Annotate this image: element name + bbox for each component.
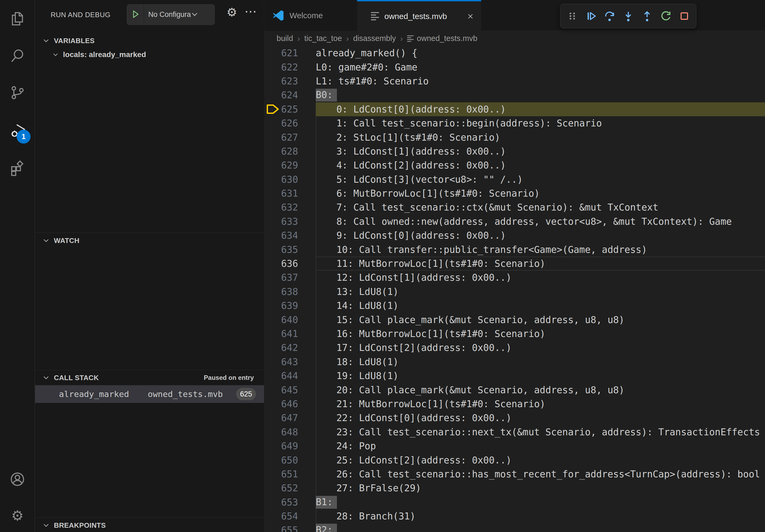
code-line[interactable]: 653B1: xyxy=(264,495,765,509)
line-number[interactable]: 646 xyxy=(264,399,298,409)
code-text[interactable]: 11: MutBorrowLoc[1](ts#1#0: Scenario) xyxy=(316,257,765,271)
code-text[interactable]: 19: LdU8(1) xyxy=(316,369,765,383)
code-line[interactable]: 64015: Call place_mark(&mut Scenario, ad… xyxy=(264,313,765,327)
search-icon[interactable] xyxy=(9,47,26,65)
code-text[interactable]: B1: xyxy=(316,495,765,509)
code-text[interactable]: 13: LdU8(1) xyxy=(316,285,765,299)
code-text[interactable]: B0: xyxy=(316,88,765,102)
code-text[interactable]: L0: game#2#0: Game xyxy=(316,60,765,74)
code-line[interactable]: 64924: Pop xyxy=(264,439,765,453)
code-line[interactable]: 621already_marked() { xyxy=(264,46,765,60)
gutter[interactable]: 652 xyxy=(264,481,316,495)
restart-icon[interactable] xyxy=(659,9,673,23)
line-number[interactable]: 626 xyxy=(264,118,298,129)
breadcrumb-item[interactable]: build xyxy=(277,34,293,43)
watch-section-header[interactable]: WATCH xyxy=(35,234,264,247)
step-out-icon[interactable] xyxy=(640,9,654,23)
gutter[interactable]: 627 xyxy=(264,130,316,144)
code-line[interactable]: 6294: LdConst[2](address: 0x00..) xyxy=(264,158,765,172)
gutter[interactable]: 631 xyxy=(264,186,316,200)
gutter[interactable]: 641 xyxy=(264,327,316,341)
gutter[interactable]: 640 xyxy=(264,313,316,327)
code-line[interactable]: 64318: LdU8(1) xyxy=(264,355,765,369)
settings-gear-icon[interactable]: ⚙ xyxy=(9,507,26,524)
continue-icon[interactable] xyxy=(584,9,598,23)
code-text[interactable]: 15: Call place_mark(&mut Scenario, addre… xyxy=(316,313,765,327)
code-editor[interactable]: 621already_marked() {622L0: game#2#0: Ga… xyxy=(264,46,765,532)
code-text[interactable]: 20: Call place_mark(&mut Scenario, addre… xyxy=(316,383,765,397)
gutter[interactable]: 642 xyxy=(264,341,316,355)
gutter[interactable]: 654 xyxy=(264,509,316,523)
code-text[interactable]: 24: Pop xyxy=(316,439,765,453)
gutter[interactable]: 643 xyxy=(264,355,316,369)
code-text[interactable]: 28: Branch(31) xyxy=(316,509,765,523)
gutter[interactable]: 646 xyxy=(264,397,316,411)
code-line[interactable]: 64419: LdU8(1) xyxy=(264,369,765,383)
variables-section-header[interactable]: VARIABLES xyxy=(35,34,264,48)
code-text[interactable]: 6: MutBorrowLoc[1](ts#1#0: Scenario) xyxy=(316,186,765,200)
variables-locals-row[interactable]: locals: already_marked xyxy=(35,48,264,62)
line-number[interactable]: 641 xyxy=(264,328,298,339)
line-number[interactable]: 648 xyxy=(264,427,298,437)
gutter[interactable]: 623 xyxy=(264,74,316,88)
code-text[interactable]: 12: LdConst[1](address: 0x00..) xyxy=(316,271,765,285)
code-line[interactable]: 655B2: xyxy=(264,523,765,532)
code-line[interactable]: 6349: LdConst[0](address: 0x00..) xyxy=(264,228,765,242)
line-number[interactable]: 632 xyxy=(264,202,298,213)
line-number[interactable]: 650 xyxy=(264,455,298,465)
line-number[interactable]: 630 xyxy=(264,174,298,185)
gutter[interactable]: 633 xyxy=(264,215,316,228)
line-number[interactable]: 653 xyxy=(264,497,298,508)
code-line[interactable]: 6316: MutBorrowLoc[1](ts#1#0: Scenario) xyxy=(264,186,765,200)
code-text[interactable]: already_marked() { xyxy=(316,46,765,60)
code-text[interactable]: 27: BrFalse(29) xyxy=(316,481,765,495)
breadcrumb-item[interactable]: tic_tac_toe xyxy=(304,34,342,43)
source-control-icon[interactable] xyxy=(9,84,26,101)
line-number[interactable]: 637 xyxy=(264,272,298,283)
tab-welcome[interactable]: Welcome xyxy=(264,0,357,31)
callstack-frame-row[interactable]: already_marked owned_tests.mvb 625 xyxy=(35,385,264,403)
step-over-icon[interactable] xyxy=(602,9,616,23)
gutter[interactable]: 632 xyxy=(264,200,316,214)
gutter[interactable]: 629 xyxy=(264,158,316,172)
start-debug-icon[interactable] xyxy=(131,9,141,20)
line-number[interactable]: 655 xyxy=(264,525,298,532)
extensions-icon[interactable] xyxy=(9,159,26,176)
code-line[interactable]: 6338: Call owned::new(address, address, … xyxy=(264,215,765,228)
gutter[interactable]: 638 xyxy=(264,285,316,299)
line-number[interactable]: 647 xyxy=(264,412,298,423)
line-number[interactable]: 629 xyxy=(264,160,298,171)
line-number[interactable]: 621 xyxy=(264,48,298,58)
code-text[interactable]: 4: LdConst[2](address: 0x00..) xyxy=(316,158,765,172)
stop-icon[interactable] xyxy=(677,9,691,23)
code-line[interactable]: 65025: LdConst[2](address: 0x00..) xyxy=(264,453,765,467)
gutter[interactable]: 649 xyxy=(264,439,316,453)
line-number[interactable]: 624 xyxy=(264,90,298,101)
code-line[interactable]: 6250: LdConst[0](address: 0x00..) xyxy=(264,102,765,116)
code-text[interactable]: 22: LdConst[0](address: 0x00..) xyxy=(316,411,765,425)
code-line[interactable]: 63712: LdConst[1](address: 0x00..) xyxy=(264,271,765,285)
gutter[interactable]: 621 xyxy=(264,46,316,60)
gutter[interactable]: 639 xyxy=(264,299,316,313)
gutter[interactable]: 653 xyxy=(264,495,316,509)
drag-handle-icon[interactable] xyxy=(565,9,579,23)
gutter[interactable]: 628 xyxy=(264,144,316,158)
line-number[interactable]: 628 xyxy=(264,146,298,157)
code-text[interactable]: B2: xyxy=(316,523,765,532)
code-text[interactable]: 17: LdConst[2](address: 0x00..) xyxy=(316,341,765,355)
code-line[interactable]: 623L1: ts#1#0: Scenario xyxy=(264,74,765,88)
code-line[interactable]: 64621: MutBorrowLoc[1](ts#1#0: Scenario) xyxy=(264,397,765,411)
close-icon[interactable] xyxy=(465,12,475,21)
callstack-section-header[interactable]: CALL STACK Paused on entry xyxy=(35,371,264,385)
breadcrumb-item[interactable]: owned_tests.mvb xyxy=(417,34,477,43)
code-text[interactable]: 2: StLoc[1](ts#1#0: Scenario) xyxy=(316,130,765,144)
code-text[interactable]: 9: LdConst[0](address: 0x00..) xyxy=(316,228,765,242)
code-line[interactable]: 6305: LdConst[3](vector<u8>: "" /..) xyxy=(264,172,765,186)
code-text[interactable]: 14: LdU8(1) xyxy=(316,299,765,313)
line-number[interactable]: 638 xyxy=(264,286,298,297)
gutter[interactable]: 636 xyxy=(264,257,316,271)
gutter[interactable]: 622 xyxy=(264,60,316,74)
code-line[interactable]: 64520: Call place_mark(&mut Scenario, ad… xyxy=(264,383,765,397)
line-number[interactable]: 631 xyxy=(264,188,298,199)
code-line[interactable]: 64722: LdConst[0](address: 0x00..) xyxy=(264,411,765,425)
